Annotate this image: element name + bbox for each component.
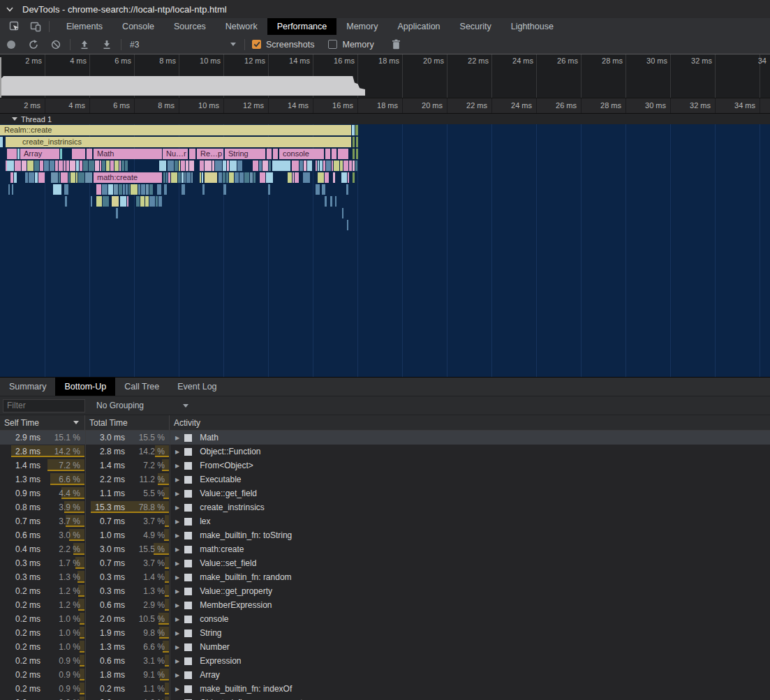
tab-network[interactable]: Network [216, 18, 267, 35]
flame-bar[interactable] [341, 172, 347, 183]
table-row[interactable]: 0.4 ms2.2 %3.0 ms15.5 %▶math:create [0, 542, 770, 556]
flame-bar[interactable] [272, 161, 290, 171]
flame-bar-array[interactable]: Array [20, 149, 59, 159]
flame-bar[interactable] [51, 172, 58, 183]
flame-bar[interactable] [318, 172, 324, 183]
flame-bar[interactable] [353, 137, 355, 147]
flame-bar[interactable] [322, 184, 325, 195]
table-row[interactable]: 0.2 ms1.2 %0.6 ms2.9 %▶MemberExpression [0, 598, 770, 612]
flame-bar[interactable] [175, 161, 178, 171]
load-profile-button[interactable] [73, 40, 96, 50]
flame-bar[interactable] [138, 184, 140, 195]
table-row[interactable]: 0.3 ms1.7 %0.7 ms3.7 %▶Value::set_field [0, 556, 770, 570]
flame-bar[interactable] [318, 161, 319, 171]
flame-bar[interactable] [253, 172, 256, 183]
flame-bar[interactable] [87, 149, 92, 159]
flame-bar[interactable] [186, 172, 191, 183]
flame-bar[interactable] [85, 172, 92, 183]
flame-bar[interactable] [8, 184, 10, 195]
flame-bar[interactable] [14, 172, 17, 183]
flame-bar[interactable] [266, 172, 273, 183]
flame-bar[interactable] [219, 172, 222, 183]
flame-bar[interactable] [80, 161, 82, 171]
clear-button[interactable] [45, 40, 67, 50]
table-row[interactable]: 0.7 ms3.7 %0.7 ms3.7 %▶lex [0, 514, 770, 528]
flame-bar[interactable] [227, 161, 229, 171]
table-row[interactable]: 0.9 ms4.4 %1.1 ms5.5 %▶Value::get_field [0, 486, 770, 500]
flame-bar[interactable] [116, 208, 118, 218]
table-row[interactable]: 2.8 ms14.2 %2.8 ms14.2 %▶Object::Functio… [0, 445, 770, 459]
table-row[interactable]: 0.2 ms0.9 %0.6 ms3.1 %▶Expression [0, 654, 770, 668]
table-row[interactable]: 0.2 ms1.2 %0.3 ms1.3 %▶Value::get_proper… [0, 584, 770, 598]
flame-bar[interactable] [229, 172, 234, 183]
flame-bar[interactable] [200, 161, 204, 171]
flame-bar[interactable] [127, 196, 128, 207]
device-toolbar-icon[interactable] [25, 21, 46, 32]
tab-sources[interactable]: Sources [164, 18, 216, 35]
flame-bar[interactable] [76, 172, 77, 183]
flame-bar[interactable] [168, 161, 174, 171]
flame-bar[interactable] [119, 161, 121, 171]
flame-bar[interactable] [237, 161, 242, 171]
expand-triangle-icon[interactable]: ▶ [175, 602, 179, 609]
flame-bar[interactable] [119, 184, 122, 195]
flame-bar[interactable] [66, 161, 69, 171]
flame-bar[interactable] [295, 172, 299, 183]
expand-triangle-icon[interactable]: ▶ [175, 644, 179, 650]
flame-bar-math[interactable]: Math [94, 149, 162, 159]
flame-bar[interactable] [44, 161, 49, 171]
flame-bar[interactable] [223, 161, 226, 171]
details-tab-summary[interactable]: Summary [0, 378, 55, 396]
flame-bar[interactable] [186, 161, 188, 171]
flame-bar[interactable] [325, 149, 330, 159]
expand-triangle-icon[interactable]: ▶ [175, 449, 179, 455]
flame-bar[interactable] [235, 172, 239, 183]
flame-bar[interactable] [65, 196, 67, 207]
inspect-element-icon[interactable] [4, 21, 25, 32]
flame-bar[interactable] [140, 196, 145, 207]
flame-bar[interactable] [353, 172, 355, 183]
details-tab-bottom-up[interactable]: Bottom-Up [55, 378, 115, 396]
flame-bar[interactable] [17, 149, 20, 159]
flame-bar[interactable] [323, 161, 325, 171]
flame-bar-math-create[interactable]: math:create [94, 172, 162, 183]
flame-bar[interactable] [163, 172, 165, 183]
flame-bar[interactable] [89, 161, 94, 171]
flame-bar[interactable] [333, 172, 335, 183]
flame-bar[interactable] [157, 184, 161, 195]
flame-bar[interactable] [70, 161, 75, 171]
flame-bar[interactable] [179, 161, 180, 171]
flame-bar[interactable] [178, 172, 181, 183]
flame-bar[interactable] [239, 172, 244, 183]
flame-bar[interactable] [316, 161, 317, 171]
flame-bar[interactable] [34, 161, 39, 171]
table-row[interactable]: 0.2 ms0.9 %0.2 ms1.1 %▶make_builtin_fn: … [0, 682, 770, 696]
flame-bar[interactable] [141, 184, 145, 195]
flame-bar[interactable] [353, 161, 355, 171]
flame-bar[interactable] [250, 172, 253, 183]
flame-bar[interactable] [269, 161, 271, 171]
flame-bar[interactable] [125, 161, 128, 171]
flame-bar[interactable] [149, 184, 153, 195]
flame-bar[interactable] [102, 184, 108, 195]
flame-bar[interactable] [267, 149, 272, 159]
flame-bar[interactable] [340, 161, 343, 171]
tab-application[interactable]: Application [387, 18, 450, 35]
flame-bar[interactable] [307, 161, 312, 171]
flame-bar[interactable] [202, 184, 205, 195]
flame-bar[interactable] [182, 172, 184, 183]
flame-bar[interactable] [226, 172, 228, 183]
flame-bar[interactable] [303, 172, 310, 183]
flame-bar[interactable] [299, 161, 303, 171]
flame-bar[interactable] [262, 161, 268, 171]
expand-triangle-icon[interactable]: ▶ [175, 616, 179, 623]
flame-bar[interactable] [189, 161, 194, 171]
flame-bar-console[interactable]: console [279, 149, 324, 159]
flame-bar[interactable] [332, 149, 336, 159]
table-row[interactable]: 0.2 ms1.0 %2.0 ms10.5 %▶console [0, 612, 770, 626]
flame-bar[interactable] [356, 149, 358, 159]
flame-bar[interactable] [171, 172, 177, 183]
expand-triangle-icon[interactable]: ▶ [175, 658, 179, 664]
flame-bar[interactable] [268, 184, 270, 195]
flame-bar[interactable] [335, 196, 336, 207]
